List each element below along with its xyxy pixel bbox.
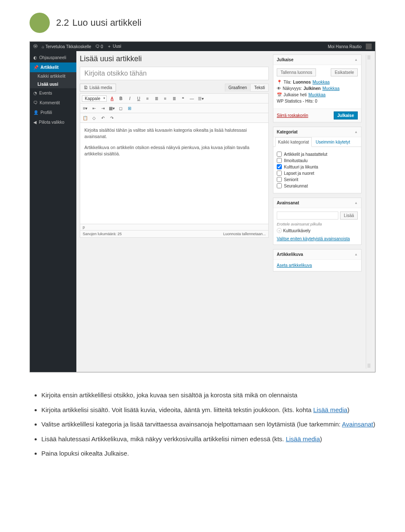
menu-comments[interactable]: 🗨Kommentit xyxy=(30,98,76,108)
panel-toggle-icon[interactable]: ▲ xyxy=(354,252,358,256)
add-tag-button[interactable]: Lisää xyxy=(340,212,358,220)
choose-popular-tags-link[interactable]: Valitse eniten käytetyistä avainsanoista xyxy=(277,236,350,241)
alignleft-button[interactable]: ≡ xyxy=(144,95,151,102)
wp-logo-icon[interactable]: ⓦ xyxy=(33,43,38,49)
comment-icon: 🗨 xyxy=(33,100,38,105)
category-item[interactable]: Seniorit xyxy=(277,177,358,182)
wp-stats: WP Statistics - Hits: 0 xyxy=(277,99,358,103)
save-draft-button[interactable]: Tallenna luonnos xyxy=(277,68,316,76)
admin-toolbar: ⓦ ⌂ Tervetuloa Tikkakoskelle 🗨 0 ＋ Uusi … xyxy=(30,42,375,51)
scrollbar[interactable] xyxy=(366,54,372,369)
move-to-trash-link[interactable]: Siirrä roskakoriin xyxy=(277,113,308,118)
doc-link-add-media-2[interactable]: Lisää media xyxy=(286,435,320,442)
clock-icon: ◔ xyxy=(33,91,37,95)
doc-link-add-media[interactable]: Lisää media xyxy=(313,406,347,413)
post-title-input[interactable]: Kirjoita otsikko tähän xyxy=(80,67,269,80)
category-item[interactable]: Kulttuuri ja liikunta xyxy=(277,164,358,169)
alignright-button[interactable]: ≡ xyxy=(162,95,169,102)
blockquote-button[interactable]: ❝ xyxy=(180,95,186,102)
preview-button[interactable]: Esikatsele xyxy=(331,68,358,76)
menu-events[interactable]: ◔Events xyxy=(30,88,76,98)
panel-toggle-icon[interactable]: ▲ xyxy=(354,58,358,62)
categories-panel: Kategoriat▲ Kaikki kategoriat Useimmin k… xyxy=(273,127,362,193)
toolbar-comments[interactable]: 🗨 0 xyxy=(95,44,103,49)
tags-heading: Avainsanat xyxy=(277,201,299,205)
more-button[interactable]: ⊞ xyxy=(126,105,133,111)
aligncenter-button[interactable]: ≣ xyxy=(153,95,160,102)
undo-button[interactable]: ↶ xyxy=(100,114,106,121)
list-item: Kirjoita ensin artikkelillesi otsikko, j… xyxy=(41,389,375,402)
editor-path: p xyxy=(80,224,269,231)
category-checkbox[interactable] xyxy=(277,177,282,182)
tags-input[interactable] xyxy=(277,212,338,220)
bookmark-button[interactable]: ◻ xyxy=(117,105,124,111)
user-icon: 👤 xyxy=(33,110,38,115)
comment-icon: 🗨 xyxy=(95,44,100,49)
underline-button[interactable]: U xyxy=(135,95,142,102)
alignjustify-button[interactable]: ≣ xyxy=(171,95,178,102)
editor-toolbar-row1: Kappale A B I U ≡ ≣ ≡ ≣ ❝ — ☰▾ xyxy=(80,93,269,103)
avatar-icon[interactable] xyxy=(366,43,372,49)
edit-visibility-link[interactable]: Muokkaa xyxy=(322,86,340,91)
add-media-button[interactable]: 🖻Lisää media xyxy=(80,84,116,92)
toolbar-new[interactable]: ＋ Uusi xyxy=(107,43,121,49)
site-home-link[interactable]: ⌂ Tervetuloa Tikkakoskelle xyxy=(42,44,91,49)
category-item[interactable]: Artikkelit ja haastattelut xyxy=(277,152,358,157)
category-checkbox[interactable] xyxy=(277,171,282,176)
calendar-icon: 📅 xyxy=(277,92,282,97)
category-item[interactable]: Lapset ja nuoret xyxy=(277,171,358,176)
submenu-all-posts[interactable]: Kaikki artikkelit xyxy=(30,72,76,80)
category-item[interactable]: Ilmoitustaulu xyxy=(277,158,358,163)
publish-button[interactable]: Julkaise xyxy=(334,111,358,119)
plus-icon: ＋ xyxy=(107,44,111,49)
category-item[interactable]: Seurakunnat xyxy=(277,183,358,188)
outdent-button[interactable]: ⇤ xyxy=(91,105,97,111)
toolbar-greeting[interactable]: Moi Hanna Rautio xyxy=(328,44,362,49)
set-featured-image-link[interactable]: Aseta artikkelikuva xyxy=(277,263,312,268)
list-text: Lisää halutessasi Artikkelikuva, mikä nä… xyxy=(41,435,286,442)
numlist-button[interactable]: ≡▾ xyxy=(82,105,89,111)
submenu-add-new[interactable]: Lisää uusi xyxy=(30,80,76,88)
list-text: ) xyxy=(347,406,349,413)
italic-button[interactable]: I xyxy=(127,95,133,102)
tags-hint: Erottele avainsanat pilkulla xyxy=(277,222,358,226)
indent-button[interactable]: ⇥ xyxy=(100,105,106,111)
panel-toggle-icon[interactable]: ▲ xyxy=(354,130,358,134)
category-checkbox[interactable] xyxy=(277,183,282,188)
bullist-button[interactable]: ☰▾ xyxy=(197,95,204,102)
tab-visual[interactable]: Graafinen xyxy=(225,84,251,92)
menu-posts-label: Artikkelit xyxy=(40,65,59,70)
category-checkbox[interactable] xyxy=(277,158,282,163)
bold-button[interactable]: B xyxy=(118,95,124,102)
tab-most-used[interactable]: Useimmin käytetyt xyxy=(313,138,353,147)
redo-button[interactable]: ↷ xyxy=(108,114,115,121)
comments-count: 0 xyxy=(101,44,103,49)
doc-link-keywords[interactable]: Avainsanat xyxy=(342,421,373,428)
page-title: Lisää uusi artikkeli xyxy=(80,54,269,63)
category-label: Kulttuuri ja liikunta xyxy=(284,165,318,169)
paste-button[interactable]: 📋 xyxy=(82,114,89,121)
menu-profile[interactable]: 👤Profiili xyxy=(30,108,76,117)
remove-tag-icon[interactable]: × xyxy=(277,228,282,233)
menu-dashboard[interactable]: ◐Ohjauspaneeli xyxy=(30,53,76,62)
hr-button[interactable]: — xyxy=(189,95,195,102)
admin-content: Lisää uusi artikkeli Kirjoita otsikko tä… xyxy=(76,51,375,372)
editor-body[interactable]: Kirjoita sisältösi tähän ja valitse sitä… xyxy=(80,123,269,224)
home-icon: ⌂ xyxy=(42,44,44,49)
list-text: Kirjoita ensin artikkelillesi otsikko, j… xyxy=(41,391,297,399)
format-select[interactable]: Kappale xyxy=(82,95,107,102)
panel-toggle-icon[interactable]: ▲ xyxy=(354,201,358,205)
textcolor-button[interactable]: A xyxy=(109,95,116,102)
menu-collapse[interactable]: ◀Piilota valikko xyxy=(30,117,76,127)
clear-button[interactable]: ◇ xyxy=(91,114,97,121)
tab-all-categories[interactable]: Kaikki kategoriat xyxy=(275,137,312,147)
word-count: Sanojen lukumäärä: 25 xyxy=(83,232,122,236)
tab-text[interactable]: Teksti xyxy=(250,84,269,92)
table-button[interactable]: ▦▾ xyxy=(108,105,115,111)
pin-icon: 📌 xyxy=(33,65,38,70)
category-checkbox[interactable] xyxy=(277,164,282,169)
menu-posts[interactable]: 📌Artikkelit xyxy=(30,62,76,72)
category-checkbox[interactable] xyxy=(277,152,282,157)
edit-status-link[interactable]: Muokkaa xyxy=(313,80,330,84)
edit-schedule-link[interactable]: Muokkaa xyxy=(308,92,326,97)
